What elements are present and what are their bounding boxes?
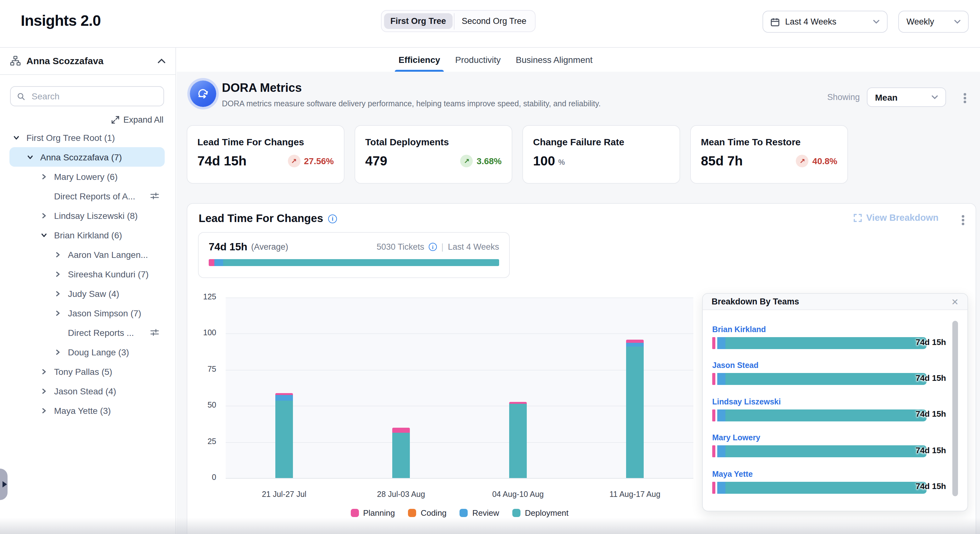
tree-item[interactable]: Jason Stead (4) <box>0 381 175 401</box>
team-stacked-bar[interactable]: 74d 15h <box>712 410 927 421</box>
chevron-up-icon[interactable] <box>158 58 165 63</box>
deployment-segment <box>725 445 927 457</box>
legend-item[interactable]: Deployment <box>512 508 569 518</box>
x-axis-label: 28 Jul-03 Aug <box>354 490 448 499</box>
chevron-down-icon <box>954 19 961 24</box>
team-link[interactable]: Maya Yette <box>712 470 753 478</box>
tree-item[interactable]: First Org Tree Root (1) <box>0 128 175 147</box>
tree-item-label: Jason Stead (4) <box>54 386 116 396</box>
scrollbar-thumb[interactable] <box>952 321 958 496</box>
lead-time-menu-button[interactable] <box>959 213 966 227</box>
view-breakdown-label: View Breakdown <box>866 213 939 223</box>
chevron-icon[interactable] <box>39 232 49 238</box>
info-icon[interactable] <box>328 214 337 223</box>
legend-item[interactable]: Review <box>460 508 499 518</box>
chevron-icon[interactable] <box>25 154 35 160</box>
close-icon[interactable] <box>951 297 959 306</box>
showing-select[interactable]: Mean <box>867 88 946 107</box>
content-area: DORA Metrics DORA metrics measure softwa… <box>177 72 980 534</box>
sidebar-header[interactable]: Anna Scozzafava <box>0 47 175 75</box>
tab-efficiency[interactable]: Efficiency <box>395 47 444 72</box>
chart-bar[interactable] <box>275 393 293 478</box>
planning-segment <box>626 340 644 343</box>
expand-all-button[interactable]: Expand All <box>111 115 164 124</box>
chevron-icon[interactable] <box>53 290 63 296</box>
team-link[interactable]: Jason Stead <box>712 361 759 370</box>
tree-item[interactable]: Direct Reports of A... <box>0 186 175 206</box>
tree-item[interactable]: Brian Kirkland (6) <box>0 225 175 245</box>
metric-delta-badge: 3.68% <box>460 155 502 167</box>
divider: | <box>441 242 444 252</box>
team-stacked-bar[interactable]: 74d 15h <box>712 373 927 385</box>
date-range-value: Last 4 Weeks <box>785 17 836 26</box>
tree-item[interactable]: Direct Reports ... <box>0 323 175 342</box>
tree-item[interactable]: Tony Pallas (5) <box>0 362 175 381</box>
metric-delta-badge: 40.8% <box>796 155 837 167</box>
filter-icon[interactable] <box>150 192 159 200</box>
expand-all-icon <box>111 116 119 124</box>
tree-item[interactable]: Maya Yette (3) <box>0 401 175 420</box>
team-stacked-bar[interactable]: 74d 15h <box>712 337 927 349</box>
review-segment <box>626 343 644 346</box>
chevron-icon[interactable] <box>53 271 63 277</box>
chevron-icon[interactable] <box>53 349 63 355</box>
granularity-select[interactable]: Weekly <box>898 11 969 33</box>
chevron-icon[interactable] <box>53 251 63 258</box>
chevron-icon[interactable] <box>53 310 63 316</box>
chevron-icon[interactable] <box>39 407 49 414</box>
tab-business-alignment[interactable]: Business Alignment <box>512 47 596 72</box>
chart-bar[interactable] <box>392 428 410 478</box>
team-stacked-bar[interactable]: 74d 15h <box>712 481 927 493</box>
chevron-icon[interactable] <box>39 368 49 375</box>
legend-swatch <box>408 509 416 517</box>
view-breakdown-button[interactable]: View Breakdown <box>854 213 939 223</box>
metric-card: Change Failure Rate 100 % <box>522 125 680 184</box>
tree-item[interactable]: Anna Scozzafava (7) <box>10 147 165 167</box>
dora-menu-button[interactable] <box>961 91 968 105</box>
org-tree-toggle[interactable]: First Org TreeSecond Org Tree <box>381 10 536 32</box>
tree-item[interactable]: Judy Saw (4) <box>0 284 175 303</box>
page-title: Insights 2.0 <box>21 12 101 30</box>
trend-up-icon <box>460 155 473 167</box>
metric-card: Lead Time For Changes 74d 15h 27.56% <box>187 125 344 184</box>
chart-bar[interactable] <box>626 340 644 478</box>
team-link[interactable]: Lindsay Liszewski <box>712 397 781 406</box>
chevron-icon[interactable] <box>39 388 49 394</box>
team-stacked-bar[interactable]: 74d 15h <box>712 445 927 457</box>
org-tree-option[interactable]: First Org Tree <box>384 13 452 29</box>
chevron-icon[interactable] <box>39 212 49 218</box>
chevron-icon[interactable] <box>39 173 49 180</box>
team-link[interactable]: Brian Kirkland <box>712 325 766 334</box>
sidebar-collapse-handle[interactable] <box>0 469 8 500</box>
tree-item-label: Aaron Van Langen... <box>68 249 148 260</box>
chart-bar[interactable] <box>509 402 527 478</box>
org-tree-option[interactable]: Second Org Tree <box>455 13 533 29</box>
tab-productivity[interactable]: Productivity <box>451 47 504 72</box>
tree-item-label: Mary Lowery (6) <box>54 171 118 182</box>
team-link[interactable]: Mary Lowery <box>712 434 760 442</box>
tree-item[interactable]: Lindsay Liszewski (8) <box>0 206 175 225</box>
date-range-select[interactable]: Last 4 Weeks <box>762 11 888 33</box>
legend-item[interactable]: Planning <box>350 508 395 518</box>
tree-item[interactable]: Mary Lowery (6) <box>0 167 175 186</box>
breakdown-list: Brian Kirkland 74d 15h Jason Stead 74d 1… <box>703 310 967 512</box>
app-header: Insights 2.0 First Org TreeSecond Org Tr… <box>0 0 980 48</box>
info-icon[interactable] <box>429 243 437 251</box>
dora-section-description: DORA metrics measure software delivery p… <box>222 99 601 108</box>
filter-icon[interactable] <box>150 328 159 336</box>
search-input[interactable] <box>30 91 157 102</box>
tree-item[interactable]: Jason Simpson (7) <box>0 303 175 323</box>
planning-segment <box>712 410 715 421</box>
insights-app: Insights 2.0 First Org TreeSecond Org Tr… <box>0 0 980 534</box>
expand-corners-icon <box>854 214 862 222</box>
tree-item-label: Direct Reports ... <box>68 327 134 338</box>
tree-item[interactable]: Sireesha Kunduri (7) <box>0 264 175 284</box>
tree-item-label: First Org Tree Root (1) <box>26 132 115 142</box>
showing-value: Mean <box>875 92 898 102</box>
tree-item[interactable]: Aaron Van Langen... <box>0 245 175 264</box>
chevron-icon[interactable] <box>11 134 21 140</box>
legend-label: Coding <box>420 508 446 518</box>
review-segment <box>214 259 223 266</box>
tree-item[interactable]: Doug Lange (3) <box>0 342 175 362</box>
legend-item[interactable]: Coding <box>408 508 446 518</box>
